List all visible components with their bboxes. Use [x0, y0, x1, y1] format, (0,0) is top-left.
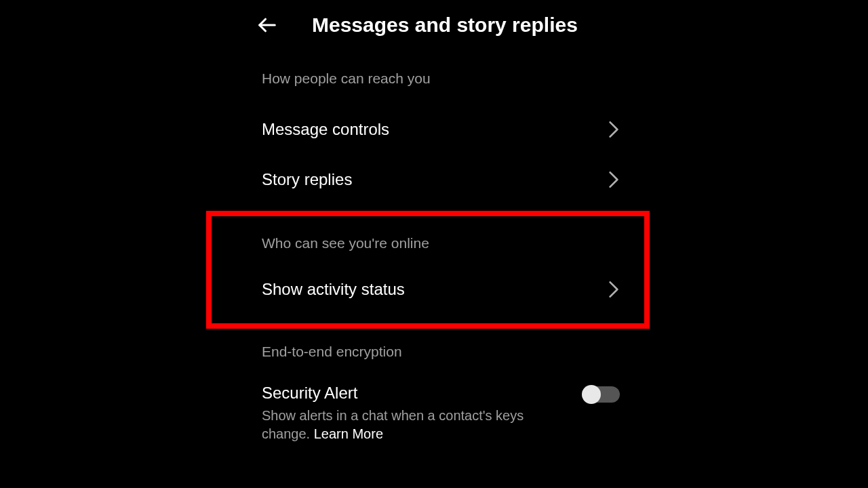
security-alert-title: Security Alert — [262, 384, 570, 403]
section-reach: How people can reach you Message control… — [251, 70, 631, 199]
section-encryption: End-to-end encryption Security Alert Sho… — [251, 344, 631, 443]
learn-more-link[interactable]: Learn More — [314, 426, 383, 441]
arrow-left-icon — [257, 15, 277, 35]
page-title: Messages and story replies — [312, 14, 578, 37]
list-item-label: Story replies — [262, 170, 352, 189]
section-header-online: Who can see you're online — [251, 235, 631, 251]
highlighted-section-online: Who can see you're online Show activity … — [206, 211, 650, 329]
security-alert-subtitle: Show alerts in a chat when a contact's k… — [262, 407, 570, 443]
section-header-encryption: End-to-end encryption — [251, 344, 631, 360]
list-item-label: Message controls — [262, 120, 389, 139]
security-alert-item: Security Alert Show alerts in a chat whe… — [251, 384, 631, 443]
chevron-right-icon — [608, 123, 620, 136]
page-header: Messages and story replies — [251, 14, 631, 37]
list-item-label: Show activity status — [262, 280, 405, 299]
message-controls-item[interactable]: Message controls — [251, 110, 631, 148]
security-alert-toggle[interactable] — [583, 386, 620, 403]
toggle-knob — [582, 385, 601, 404]
toggle-text-block: Security Alert Show alerts in a chat whe… — [262, 384, 583, 443]
show-activity-status-item[interactable]: Show activity status — [251, 270, 631, 308]
settings-container: Messages and story replies How people ca… — [251, 0, 631, 443]
section-header-reach: How people can reach you — [251, 70, 631, 87]
back-button[interactable] — [256, 14, 278, 36]
story-replies-item[interactable]: Story replies — [251, 161, 631, 199]
security-alert-subtitle-text: Show alerts in a chat when a contact's k… — [262, 408, 524, 441]
chevron-right-icon — [608, 174, 620, 186]
chevron-right-icon — [608, 283, 620, 296]
